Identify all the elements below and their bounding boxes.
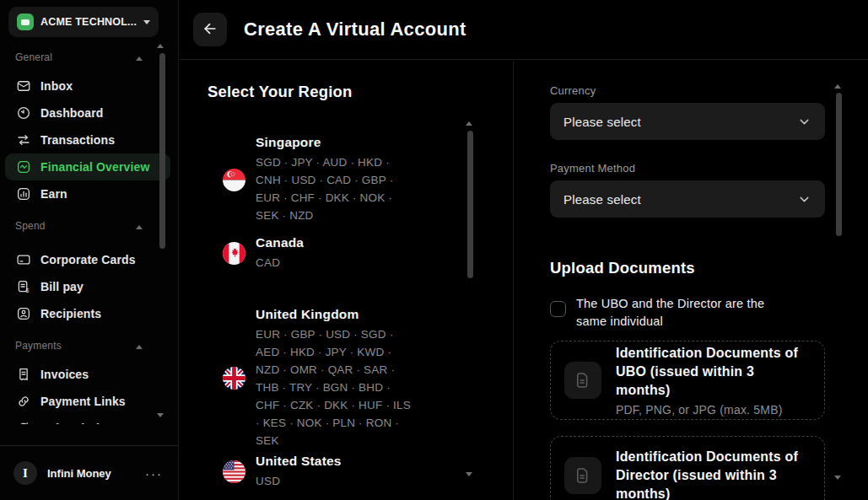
region-name: United States bbox=[256, 454, 418, 469]
chevron-down-icon bbox=[797, 115, 811, 129]
region-scrollbar-thumb[interactable] bbox=[467, 131, 473, 278]
collapse-up-icon bbox=[136, 345, 143, 349]
chevron-down-icon bbox=[797, 192, 811, 207]
account-name: Infini Money bbox=[47, 467, 135, 480]
more-menu-icon[interactable]: ··· bbox=[145, 466, 163, 481]
bill-pay-icon: $ bbox=[16, 279, 31, 294]
scroll-down-icon[interactable] bbox=[466, 472, 472, 476]
scroll-up-icon[interactable] bbox=[157, 44, 164, 48]
section-label: General bbox=[15, 51, 52, 63]
canada-flag-icon bbox=[223, 242, 245, 265]
region-panel: Select Your Region Singapore SGD · JPY ·… bbox=[180, 61, 513, 500]
upload-card-title: Identification Documents of Director (is… bbox=[616, 448, 812, 500]
sidebar-item-label: Payment Links bbox=[40, 395, 126, 408]
upload-card-title: Identification Documents of UBO (issued … bbox=[616, 344, 812, 400]
currency-select[interactable]: Please select bbox=[550, 103, 825, 140]
upload-card-subtitle: PDF, PNG, or JPG (max. 5MB) bbox=[616, 403, 812, 417]
section-header-payments[interactable]: Payments bbox=[0, 331, 179, 361]
transactions-icon bbox=[16, 132, 31, 148]
sidebar-item-corporate-cards[interactable]: Corporate Cards bbox=[0, 246, 179, 273]
region-option-united-states[interactable]: United States USD bbox=[223, 454, 418, 490]
united-kingdom-flag-icon bbox=[223, 367, 245, 390]
scroll-down-icon[interactable] bbox=[834, 476, 841, 480]
sidebar-item-bill-pay[interactable]: $ Bill pay bbox=[0, 273, 179, 300]
united-states-flag-icon bbox=[223, 460, 245, 483]
region-name: Canada bbox=[256, 235, 418, 250]
sidebar-item-label: Transactions bbox=[40, 133, 115, 147]
currency-label: Currency bbox=[550, 84, 596, 97]
sidebar-item-label: Subscriptions bbox=[40, 422, 121, 424]
document-icon bbox=[564, 457, 601, 494]
sidebar-item-earn[interactable]: Earn bbox=[0, 180, 179, 207]
upload-card-ubo[interactable]: Identification Documents of UBO (issued … bbox=[550, 341, 825, 420]
payment-method-select-value: Please select bbox=[563, 192, 641, 207]
region-currencies: CAD bbox=[256, 254, 418, 272]
sidebar-item-label: Recipients bbox=[40, 307, 101, 320]
section-label: Spend bbox=[15, 220, 46, 232]
document-icon bbox=[564, 362, 601, 399]
svg-text:$: $ bbox=[26, 288, 30, 293]
collapse-up-icon bbox=[136, 225, 143, 229]
scroll-up-icon[interactable] bbox=[834, 84, 841, 89]
invoices-icon bbox=[16, 367, 31, 382]
sidebar-item-financial-overview[interactable]: Financial Overview bbox=[5, 153, 170, 180]
sidebar-item-label: Inbox bbox=[40, 79, 73, 93]
currency-select-value: Please select bbox=[563, 115, 641, 129]
ubo-same-individual-checkbox-row[interactable]: The UBO and the Director are the same in… bbox=[550, 295, 797, 331]
app-root: ACME TECHNOL... General Inbox Dashboard … bbox=[0, 0, 868, 500]
scroll-up-icon[interactable] bbox=[466, 121, 472, 126]
section-header-spend[interactable]: Spend bbox=[0, 211, 179, 241]
workspace-switcher[interactable]: ACME TECHNOL... bbox=[8, 7, 159, 37]
region-option-united-kingdom[interactable]: United Kingdom EUR · GBP · USD · SGD · A… bbox=[223, 307, 418, 449]
region-currencies: USD bbox=[256, 472, 418, 490]
payment-method-label: Payment Method bbox=[550, 162, 635, 175]
page-title: Create A Virtual Account bbox=[244, 19, 466, 40]
sidebar-item-label: Corporate Cards bbox=[40, 253, 136, 266]
sidebar-scrollbar-thumb[interactable] bbox=[159, 53, 165, 249]
region-name: Singapore bbox=[256, 135, 418, 150]
region-option-canada[interactable]: Canada CAD bbox=[223, 235, 418, 272]
collapse-up-icon bbox=[136, 56, 143, 61]
checkbox[interactable] bbox=[550, 301, 566, 317]
upload-card-director[interactable]: Identification Documents of Director (is… bbox=[550, 436, 825, 500]
chevron-down-icon bbox=[143, 20, 150, 24]
account-footer: I Infini Money ··· bbox=[0, 445, 178, 500]
sidebar-item-subscriptions[interactable]: Subscriptions bbox=[0, 415, 179, 424]
recipients-icon bbox=[16, 306, 31, 321]
sidebar: ACME TECHNOL... General Inbox Dashboard … bbox=[0, 0, 179, 500]
dashboard-icon bbox=[16, 105, 31, 121]
region-name: United Kingdom bbox=[256, 307, 418, 322]
inbox-icon bbox=[16, 78, 31, 94]
sidebar-item-label: Dashboard bbox=[40, 106, 103, 120]
sidebar-item-dashboard[interactable]: Dashboard bbox=[0, 99, 179, 126]
sidebar-item-inbox[interactable]: Inbox bbox=[0, 73, 179, 99]
sidebar-item-transactions[interactable]: Transactions bbox=[0, 126, 179, 153]
section-label: Payments bbox=[15, 340, 62, 352]
scroll-down-icon[interactable] bbox=[157, 413, 164, 417]
checkbox-label: The UBO and the Director are the same in… bbox=[576, 295, 797, 331]
form-panel: Currency Please select Payment Method Pl… bbox=[514, 61, 868, 500]
sidebar-item-label: Financial Overview bbox=[40, 160, 150, 174]
payment-method-select[interactable]: Please select bbox=[550, 180, 825, 218]
region-currencies: SGD · JPY · AUD · HKD · CNH · USD · CAD … bbox=[256, 153, 418, 224]
arrow-left-icon bbox=[202, 20, 218, 40]
avatar: I bbox=[13, 461, 37, 485]
sidebar-item-recipients[interactable]: Recipients bbox=[0, 300, 179, 327]
back-button[interactable] bbox=[193, 13, 227, 46]
earn-icon bbox=[16, 186, 31, 202]
form-scrollbar-thumb[interactable] bbox=[836, 93, 842, 236]
region-currencies: EUR · GBP · USD · SGD · AED · HKD · JPY … bbox=[256, 325, 418, 449]
singapore-flag-icon bbox=[223, 169, 245, 191]
sidebar-item-label: Bill pay bbox=[40, 280, 84, 293]
subscriptions-icon bbox=[16, 421, 31, 424]
section-header-general[interactable]: General bbox=[0, 42, 179, 73]
sidebar-item-label: Earn bbox=[40, 187, 67, 201]
sidebar-nav: General Inbox Dashboard Transactions Fin… bbox=[0, 42, 179, 424]
sidebar-item-payment-links[interactable]: Payment Links bbox=[0, 388, 179, 415]
sidebar-item-invoices[interactable]: Invoices bbox=[0, 361, 179, 388]
region-option-singapore[interactable]: Singapore SGD · JPY · AUD · HKD · CNH · … bbox=[223, 135, 418, 224]
workspace-logo-icon bbox=[17, 13, 34, 30]
workspace-name: ACME TECHNOL... bbox=[40, 16, 137, 28]
sidebar-item-label: Invoices bbox=[40, 368, 89, 381]
page-header: Create A Virtual Account bbox=[180, 0, 868, 60]
